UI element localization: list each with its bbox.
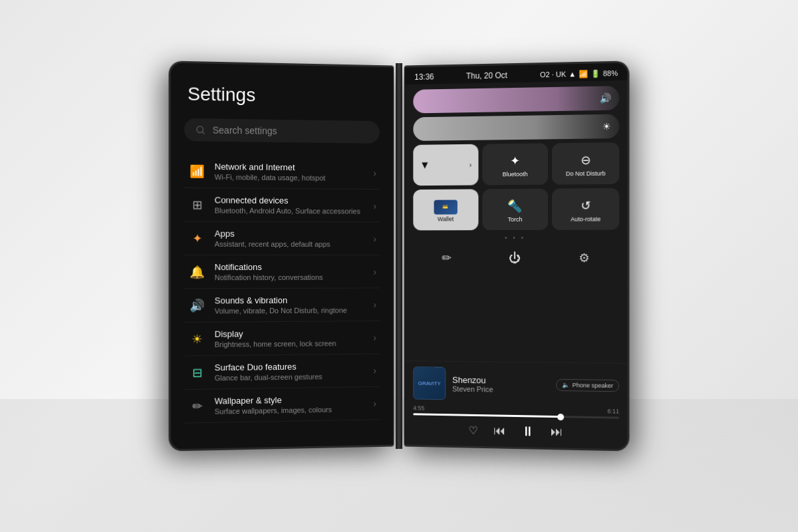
settings-action-button[interactable]: ⚙: [579, 251, 590, 265]
brightness-slider[interactable]: ☀: [413, 114, 619, 141]
search-placeholder: Search settings: [213, 124, 277, 136]
power-action-button[interactable]: ⏻: [509, 251, 521, 265]
previous-button[interactable]: ⏮: [493, 424, 505, 438]
progress-total: 6:11: [607, 408, 619, 414]
settings-item-name-3: Notifications: [215, 262, 374, 272]
bluetooth-icon: ✦: [510, 154, 520, 168]
phone-right: 13:36 Thu, 20 Oct O2 · UK ▲ 📶 🔋 88%: [404, 61, 630, 451]
battery-percent: 88%: [603, 69, 618, 78]
torch-icon: 🔦: [508, 199, 523, 213]
vol-down-button[interactable]: [169, 153, 171, 172]
qs-autorotate-button[interactable]: ↺ Auto-rotate: [552, 188, 619, 230]
settings-chevron-0: ›: [373, 168, 376, 178]
autorotate-icon: ↺: [581, 198, 591, 213]
settings-item-wallpaper-&-style[interactable]: ✏Wallpaper & styleSurface wallpapers, im…: [184, 387, 380, 424]
svg-line-1: [202, 132, 204, 134]
progress-dot: [557, 414, 564, 420]
brightness-slider-row: ☀: [413, 114, 619, 141]
settings-chevron-2: ›: [373, 233, 376, 244]
settings-item-name-7: Wallpaper & style: [215, 394, 374, 406]
qs-bottom-actions: ✏ ⏻ ⚙: [413, 245, 619, 271]
qs-wifi-button[interactable]: ▼ ›: [413, 144, 478, 186]
volume-slider[interactable]: 🔊: [413, 86, 619, 113]
volume-slider-icon: 🔊: [600, 92, 611, 103]
settings-icon-5: ☀: [188, 329, 206, 348]
hinge: [396, 63, 402, 449]
edit-action-button[interactable]: ✏: [442, 251, 452, 265]
torch-label: Torch: [508, 216, 523, 223]
now-playing-panel: GRAVITY Shenzou Steven Price 🔈 Phone spe…: [406, 360, 628, 449]
settings-icon-6: ⊟: [188, 363, 206, 382]
right-screen: 13:36 Thu, 20 Oct O2 · UK ▲ 📶 🔋 88%: [406, 63, 628, 449]
scene: Settings Search settings 📶Network and In…: [0, 0, 798, 532]
settings-item-name-6: Surface Duo features: [215, 360, 374, 372]
settings-list: 📶Network and InternetWi-Fi, mobile, data…: [184, 154, 380, 423]
phone-left: Settings Search settings 📶Network and In…: [169, 61, 394, 451]
dual-phone: Settings Search settings 📶Network and In…: [170, 63, 628, 449]
settings-icon-3: 🔔: [188, 263, 206, 281]
settings-chevron-7: ›: [373, 398, 376, 408]
settings-item-surface-duo-features[interactable]: ⊟Surface Duo featuresGlance bar, dual-sc…: [184, 354, 380, 390]
autorotate-label: Auto-rotate: [571, 215, 600, 222]
wallet-icon: 💳: [434, 200, 457, 215]
settings-item-name-0: Network and Internet: [215, 162, 374, 173]
settings-item-display[interactable]: ☀DisplayBrightness, home screen, lock sc…: [184, 321, 380, 356]
speaker-icon: 🔈: [563, 382, 570, 388]
search-icon: [195, 124, 205, 135]
settings-icon-0: 📶: [188, 162, 206, 181]
qs-wallet-button[interactable]: 💳 Wallet: [413, 189, 478, 230]
favorite-button[interactable]: ♡: [468, 424, 477, 437]
power-side-button[interactable]: [627, 144, 629, 168]
settings-screen: Settings Search settings 📶Network and In…: [171, 63, 393, 449]
artist-name: Steven Price: [452, 384, 549, 394]
brightness-slider-icon: ☀: [602, 121, 611, 132]
status-date: Thu, 20 Oct: [466, 70, 507, 80]
song-title: Shenzou: [452, 374, 549, 386]
playback-controls: ♡ ⏮ ⏸ ⏭: [413, 419, 619, 444]
wifi-chevron-icon: ›: [469, 161, 471, 168]
settings-chevron-4: ›: [373, 299, 376, 310]
settings-item-desc-4: Volume, vibrate, Do Not Disturb, rington…: [215, 306, 374, 315]
vol-up-button[interactable]: [169, 130, 171, 149]
settings-item-desc-2: Assistant, recent apps, default apps: [215, 240, 374, 248]
settings-item-desc-0: Wi-Fi, mobile, data usage, hotspot: [215, 173, 374, 182]
status-time: 13:36: [414, 72, 434, 81]
wifi-icon-qs: ▼: [420, 159, 430, 171]
settings-icon-1: ⊞: [188, 196, 206, 214]
now-playing-header: GRAVITY Shenzou Steven Price 🔈 Phone spe…: [413, 366, 619, 402]
output-label: Phone speaker: [573, 382, 613, 389]
wallet-label: Wallet: [438, 215, 454, 222]
settings-chevron-6: ›: [373, 365, 376, 376]
qs-dnd-button[interactable]: ⊖ Do Not Disturb: [552, 142, 619, 184]
settings-item-desc-3: Notification history, conversations: [215, 273, 374, 282]
settings-item-connected-devices[interactable]: ⊞Connected devicesBluetooth, Android Aut…: [184, 188, 380, 223]
settings-item-apps[interactable]: ✦AppsAssistant, recent apps, default app…: [184, 221, 380, 255]
settings-item-name-1: Connected devices: [215, 195, 374, 205]
album-art-text: GRAVITY: [418, 380, 441, 386]
pause-button[interactable]: ⏸: [521, 424, 534, 439]
output-badge: 🔈 Phone speaker: [556, 379, 619, 392]
bluetooth-label: Bluetooth: [503, 171, 528, 178]
settings-item-notifications[interactable]: 🔔NotificationsNotification history, conv…: [184, 255, 380, 289]
search-bar[interactable]: Search settings: [184, 118, 380, 144]
progress-current: 4:55: [413, 404, 424, 411]
settings-chevron-3: ›: [373, 266, 376, 277]
qs-bluetooth-button[interactable]: ✦ Bluetooth: [482, 143, 548, 185]
carrier-text: O2 · UK: [540, 70, 566, 78]
next-button[interactable]: ⏭: [551, 425, 563, 439]
settings-item-name-4: Sounds & vibration: [215, 295, 374, 305]
dnd-icon: ⊖: [581, 153, 591, 168]
svg-point-0: [197, 126, 203, 133]
qs-panel: 🔊 ☀ ▼ ›: [406, 80, 628, 363]
dnd-label: Do Not Disturb: [566, 170, 606, 178]
volume-slider-row: 🔊: [413, 86, 619, 113]
settings-icon-2: ✦: [188, 229, 206, 247]
battery-icon: 🔋: [591, 69, 600, 78]
volume-buttons: [169, 130, 171, 172]
settings-item-name-2: Apps: [215, 229, 374, 239]
settings-item-sounds-&-vibration[interactable]: 🔊Sounds & vibrationVolume, vibrate, Do N…: [184, 288, 380, 323]
settings-item-network-and-internet[interactable]: 📶Network and InternetWi-Fi, mobile, data…: [184, 154, 380, 190]
settings-icon-4: 🔊: [188, 296, 206, 315]
qs-buttons: ▼ › ✦ Bluetooth ⊖ Do Not Disturb: [413, 142, 619, 230]
qs-torch-button[interactable]: 🔦 Torch: [482, 189, 548, 231]
